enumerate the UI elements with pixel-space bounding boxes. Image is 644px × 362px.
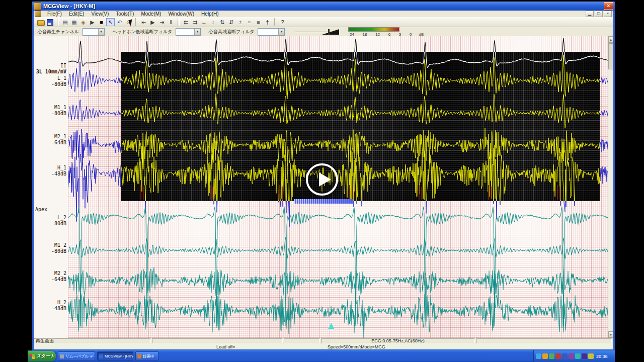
channel-label: II [60, 63, 66, 68]
tray-icon[interactable] [536, 353, 541, 359]
play-icon[interactable]: ▶ [88, 18, 97, 26]
zoom-amplitude-icon[interactable]: ↕ [209, 18, 217, 26]
start-label: スタート [36, 353, 55, 359]
mdi-restore-icon[interactable]: ▢ [595, 11, 603, 17]
trace-II [68, 38, 608, 67]
channel-label: Apex [35, 207, 47, 212]
scroll-up-icon[interactable]: ▲ [608, 36, 613, 43]
status-panel: 再生画面 [34, 338, 151, 343]
menu-file[interactable]: File(F) [44, 11, 65, 17]
menu-edit[interactable]: Edit(E) [65, 11, 88, 17]
vertical-scrollbar[interactable]: ▲ ▼ [608, 36, 613, 338]
volume-slider[interactable] [295, 28, 339, 35]
zoom-time-icon[interactable]: ↔ [200, 18, 208, 26]
channel-up-icon[interactable]: ⇅ [218, 18, 226, 26]
measure-icon[interactable]: † [263, 18, 272, 26]
lowcut-filter-label: ヘッドホン低域遮断フィルタ: [113, 29, 174, 35]
channel-label: L_2 [57, 215, 66, 220]
menu-tools[interactable]: Tools(T) [112, 11, 137, 17]
save-icon[interactable] [46, 18, 54, 26]
play-segment-icon[interactable]: ▶ [148, 18, 157, 26]
toolbar-separator [178, 18, 180, 26]
chevron-down-icon[interactable]: ▼ [278, 29, 284, 35]
chevron-down-icon[interactable]: ▼ [98, 29, 104, 35]
channel-label: M2_1 [54, 134, 66, 139]
title-bar[interactable]: MCGView - [HKY-M] × [32, 2, 615, 11]
wave-view-icon[interactable]: ▦ [70, 18, 78, 26]
rewind-icon[interactable]: ⇤ [139, 18, 148, 26]
speed-status: Speed=500mm/s [328, 344, 362, 349]
video-play-button[interactable] [306, 163, 338, 196]
filter-icon[interactable]: ≈ [245, 18, 254, 26]
channel-down-icon[interactable]: ⇵ [227, 18, 235, 26]
jump-end-icon[interactable]: ⇉ [191, 18, 199, 26]
channel-label: M2_2 [54, 270, 66, 276]
trace-M2_2 [68, 267, 608, 296]
audio-channel-combo[interactable]: ▼ [83, 28, 105, 36]
scrollbar-thumb[interactable] [608, 43, 613, 69]
lead-off-status: Lead off= [216, 344, 235, 349]
play-icon [319, 172, 331, 187]
trace-M1_1 [68, 94, 608, 128]
vu-meter: -24-18-12-6-3-0dB [348, 27, 427, 37]
mdi-minimize-icon[interactable]: ▁ [586, 11, 594, 17]
channel-label: -80dB [51, 111, 66, 116]
marker-icon[interactable]: ◈ [79, 18, 88, 26]
report-view-icon[interactable]: ▤ [61, 18, 69, 26]
main-toolbar: ▤▦◈▶■↖↶⊘⇤▶⇥‖⇇⇉↔↕⇅⇵±≈≡†? [34, 17, 613, 27]
tray-icon[interactable] [555, 353, 561, 359]
time-marker-icon: ▲ [326, 320, 336, 331]
lowcut-filter-combo[interactable]: - ▼ [176, 28, 201, 36]
menu-items: File(F)Edit(E)View(V)Tools(T)Mode(M)Wind… [44, 11, 222, 17]
pause-icon[interactable]: ‖ [167, 18, 175, 26]
jump-start-icon[interactable]: ⇇ [182, 18, 190, 26]
volume-slider-handle[interactable] [328, 29, 330, 35]
app-icon [34, 3, 41, 10]
pointer-tool-icon[interactable]: ↖ [106, 18, 115, 26]
windows-flag-icon [30, 354, 35, 359]
undo-icon[interactable]: ↶ [115, 18, 124, 26]
toolbar-separator [57, 18, 59, 26]
mdi-close-icon[interactable]: × [604, 11, 612, 17]
annotate-icon[interactable]: ≡ [254, 18, 263, 26]
tray-icon[interactable] [588, 353, 594, 359]
highcut-filter-combo[interactable]: ▼ [258, 28, 285, 36]
scroll-down-icon[interactable]: ▼ [608, 331, 613, 338]
menu-window[interactable]: Window(W) [165, 11, 198, 17]
volume-wedge-icon [322, 29, 339, 35]
clock: 20:36 [596, 354, 608, 359]
channel-label: 3L 10mm/mV [36, 69, 66, 74]
close-button[interactable]: × [604, 2, 613, 10]
open-file-icon[interactable] [37, 18, 45, 26]
baseline-icon[interactable]: ± [236, 18, 245, 26]
menu-view[interactable]: View(V) [88, 11, 112, 17]
stop-icon[interactable]: ■ [97, 18, 106, 26]
tray-icons [536, 353, 595, 359]
task-button[interactable]: 録画中 [135, 351, 158, 361]
tray-icon[interactable] [569, 353, 574, 359]
menu-help[interactable]: Help(H) [198, 11, 222, 17]
status-panel [284, 338, 320, 343]
start-button[interactable]: スタート [28, 351, 56, 361]
tray-icon[interactable] [562, 353, 568, 359]
tray-icon[interactable] [549, 353, 554, 359]
video-progress-strip[interactable] [294, 199, 353, 204]
task-button-icon [137, 354, 141, 358]
audio-channel-label: 心音再生チャンネル: [38, 29, 80, 35]
task-button[interactable]: リムーバブル ディスク (F:) [58, 351, 95, 361]
highcut-filter-label: 心音高域遮断フィルタ: [209, 29, 256, 35]
task-button[interactable]: MCGView - [HKY-M] [97, 351, 133, 361]
task-button-icon [99, 354, 103, 358]
menu-mode[interactable]: Mode(M) [137, 11, 165, 17]
channel-label: L_1 [57, 75, 66, 81]
trace-II [68, 38, 608, 67]
tray-icon[interactable] [575, 353, 581, 359]
context-help-icon[interactable]: ? [278, 18, 287, 26]
fast-forward-icon[interactable]: ⇥ [157, 18, 166, 26]
tray-icon[interactable] [582, 353, 587, 359]
tray-icon[interactable] [542, 353, 548, 359]
toolbar-separator [274, 18, 276, 26]
status-panel [152, 338, 283, 343]
chevron-down-icon[interactable]: ▼ [194, 29, 200, 35]
vu-meter-bar [348, 27, 399, 32]
